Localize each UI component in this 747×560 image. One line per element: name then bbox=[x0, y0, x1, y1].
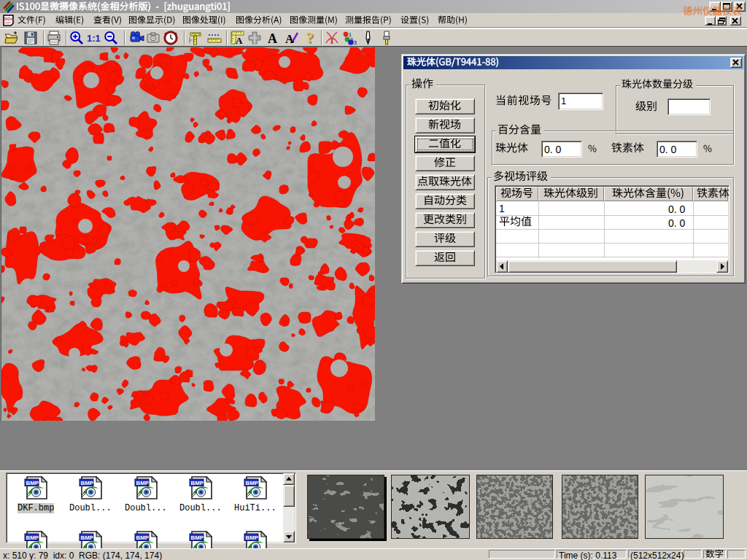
svg-text:1:1: 1:1 bbox=[87, 33, 101, 44]
svg-text:A: A bbox=[236, 35, 243, 46]
svg-text:DOC: DOC bbox=[4, 17, 15, 21]
svg-text:A: A bbox=[285, 33, 294, 45]
svg-text:?: ? bbox=[306, 30, 314, 46]
svg-text:3: 3 bbox=[354, 40, 357, 45]
svg-text:1: 1 bbox=[349, 32, 352, 37]
svg-text:A: A bbox=[268, 31, 277, 46]
